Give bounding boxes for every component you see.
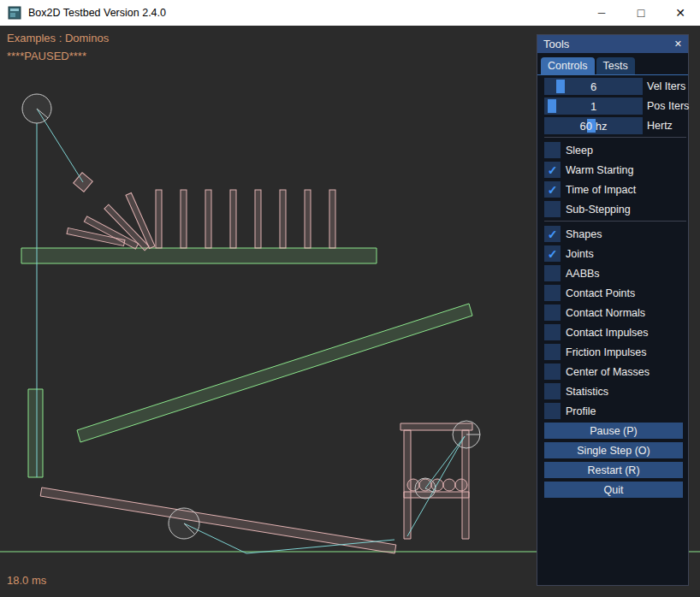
slider-value: 60 hz: [544, 117, 643, 134]
slider-row-pos-iters: 1Pos Iters: [544, 98, 686, 115]
slider-label: Hertz: [647, 120, 673, 132]
example-label: Examples : Dominos: [7, 32, 109, 44]
checkbox-label: AABBs: [566, 268, 600, 280]
checkbox-label: Shapes: [566, 228, 602, 240]
checkbox-label: Contact Normals: [566, 307, 645, 319]
quit-button[interactable]: Quit: [544, 482, 683, 498]
checkbox-row: Contact Points: [544, 285, 686, 301]
check-icon: ✓: [548, 164, 558, 176]
check-icon: ✓: [548, 184, 558, 196]
slider-row-vel-iters: 6Vel Iters: [544, 78, 686, 95]
checkbox-joints[interactable]: ✓: [544, 245, 561, 262]
slider-label: Vel Iters: [647, 80, 685, 92]
checkbox-row: ✓Joints: [544, 245, 686, 262]
checkbox-label: Joints: [566, 248, 594, 260]
panel-buttons: Pause (P)Single Step (O)Restart (R)Quit: [544, 423, 686, 498]
checkbox-row: ✓Time of Impact: [544, 181, 686, 198]
slider-row-hertz: 60 hzHertz: [544, 117, 686, 134]
window-title: Box2D Testbed Version 2.4.0: [28, 7, 166, 19]
checkbox-sub-stepping[interactable]: [544, 201, 561, 217]
checkbox-friction-impulses[interactable]: [544, 344, 561, 360]
checkbox-row: Friction Impulses: [544, 344, 686, 360]
close-icon[interactable]: ✕: [674, 39, 682, 49]
frame-time-label: 18.0 ms: [7, 574, 46, 587]
slider-hertz[interactable]: 60 hz: [544, 117, 643, 134]
checkbox-row: Profile: [544, 403, 686, 419]
window-titlebar[interactable]: Box2D Testbed Version 2.4.0 ─ □ ✕: [0, 0, 700, 26]
restart-r-button[interactable]: Restart (R): [544, 462, 683, 478]
tools-panel-content: 6Vel Iters1Pos Iters60 hzHertzSleep✓Warm…: [537, 75, 688, 498]
single-step-o-button[interactable]: Single Step (O): [544, 442, 683, 458]
checkbox-label: Center of Masses: [566, 366, 650, 378]
slider-vel-iters[interactable]: 6: [544, 78, 643, 95]
checkbox-warm-starting[interactable]: ✓: [544, 162, 561, 178]
check-icon: ✓: [548, 228, 558, 240]
checkbox-row: ✓Warm Starting: [544, 162, 686, 178]
checkbox-label: Statistics: [566, 386, 608, 398]
checkbox-row: Sleep: [544, 142, 686, 158]
checkbox-row: Statistics: [544, 383, 686, 399]
checkbox-shapes[interactable]: ✓: [544, 226, 561, 242]
checkbox-contact-impulses[interactable]: [544, 324, 561, 340]
maximize-button[interactable]: □: [621, 0, 661, 26]
checkbox-row: Sub-Stepping: [544, 201, 686, 217]
checkbox-sleep[interactable]: [544, 142, 561, 158]
tab-tests[interactable]: Tests: [596, 57, 635, 74]
checkbox-label: Contact Impulses: [566, 327, 649, 339]
checkbox-label: Profile: [566, 405, 596, 417]
minimize-button[interactable]: ─: [582, 0, 621, 26]
checkbox-label: Contact Points: [566, 287, 635, 299]
checkbox-statistics[interactable]: [544, 383, 561, 399]
checkbox-row: AABBs: [544, 265, 686, 281]
app-icon: [8, 6, 21, 20]
slider-label: Pos Iters: [647, 100, 689, 112]
tools-panel: Tools ✕ ControlsTests 6Vel Iters1Pos Ite…: [537, 34, 689, 586]
window-controls: ─ □ ✕: [582, 0, 700, 26]
checkbox-row: ✓Shapes: [544, 226, 686, 242]
checkbox-center-of-masses[interactable]: [544, 364, 561, 380]
slider-value: 1: [544, 98, 643, 115]
checkbox-row: Center of Masses: [544, 364, 686, 380]
checkbox-profile[interactable]: [544, 403, 561, 419]
checkbox-contact-normals[interactable]: [544, 304, 561, 321]
checkbox-label: Friction Impulses: [566, 346, 646, 358]
checkbox-row: Contact Normals: [544, 304, 686, 321]
paused-label: ****PAUSED****: [7, 50, 86, 62]
tools-panel-titlebar[interactable]: Tools ✕: [537, 35, 688, 53]
checkbox-label: Time of Impact: [566, 184, 636, 196]
pause-p-button[interactable]: Pause (P): [544, 423, 683, 439]
checkbox-label: Sub-Stepping: [566, 204, 631, 216]
tools-panel-title: Tools: [543, 38, 569, 50]
separator: [544, 137, 686, 138]
checkbox-label: Sleep: [566, 145, 593, 157]
checkbox-contact-points[interactable]: [544, 285, 561, 301]
check-icon: ✓: [548, 248, 558, 260]
checkbox-aabbs[interactable]: [544, 265, 561, 281]
slider-pos-iters[interactable]: 1: [544, 98, 643, 115]
separator: [544, 221, 686, 222]
tab-controls[interactable]: Controls: [541, 57, 595, 74]
checkbox-label: Warm Starting: [566, 164, 633, 176]
checkbox-row: Contact Impulses: [544, 324, 686, 340]
checkbox-time-of-impact[interactable]: ✓: [544, 181, 561, 198]
tab-bar: ControlsTests: [537, 53, 688, 75]
close-button[interactable]: ✕: [661, 0, 700, 26]
slider-value: 6: [544, 78, 643, 95]
